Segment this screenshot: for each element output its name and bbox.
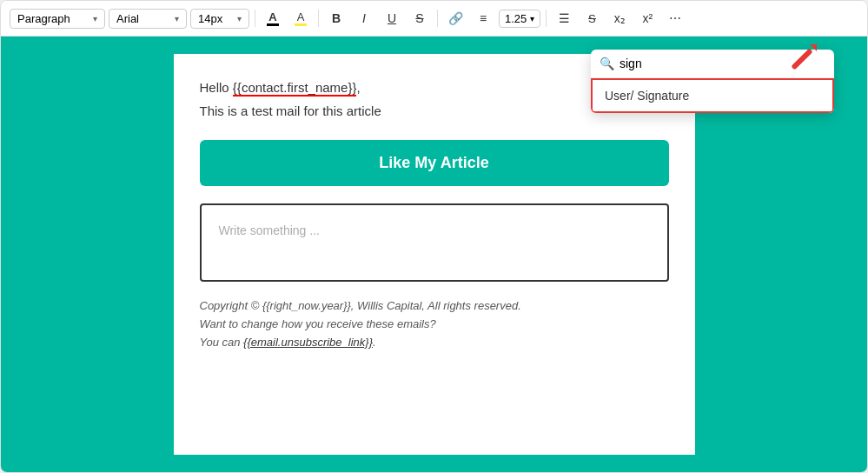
align-icon: ≡ [480, 11, 487, 25]
search-result-label: User/ Signature [605, 89, 689, 103]
footer-copyright: Copyright © {{right_now.year}}, Willis C… [200, 299, 669, 312]
cta-button[interactable]: Like My Article [200, 140, 669, 186]
align-button[interactable]: ≡ [471, 6, 495, 30]
paragraph-select[interactable]: Paragraph ▾ Paragraph [10, 9, 105, 29]
footer-period: . [373, 336, 376, 349]
line-height-control[interactable]: 1.25 ▾ [499, 10, 540, 28]
arrow-indicator [785, 41, 820, 79]
footer-unsubscribe: You can {{email.unsubscribe_link}}. [200, 336, 669, 349]
search-icon: 🔍 [600, 57, 614, 70]
contact-variable: {{contact.first_name}} [233, 80, 357, 97]
strikethrough2-button[interactable]: S [580, 6, 604, 30]
font-color-icon: A [268, 10, 276, 23]
toolbar: Paragraph ▾ Paragraph Arial ▾ Arial 14px… [1, 1, 867, 37]
divider-3 [437, 10, 438, 27]
divider-4 [546, 10, 547, 27]
list-icon: ☰ [559, 11, 570, 25]
divider-2 [318, 10, 319, 27]
line-height-value: 1.25 [505, 12, 527, 25]
footer-change-text: Want to change how you receive these ema… [200, 317, 436, 330]
superscript-icon: x² [642, 11, 653, 25]
font-color-indicator [267, 23, 279, 26]
subscript-icon: x₂ [614, 11, 626, 25]
write-placeholder: Write something ... [219, 223, 320, 237]
line-height-chevron-icon: ▾ [530, 14, 534, 23]
svg-rect-1 [791, 48, 812, 70]
highlight-indicator [295, 23, 307, 26]
link-button[interactable]: 🔗 [443, 6, 467, 30]
divider-1 [255, 10, 255, 27]
footer-you-can: You can [200, 336, 244, 349]
list-button[interactable]: ☰ [552, 6, 576, 30]
subscript-button[interactable]: x₂ [607, 6, 632, 30]
unsubscribe-link[interactable]: {{email.unsubscribe_link}} [243, 336, 373, 349]
strikethrough2-icon: S [588, 12, 596, 25]
bold-button[interactable]: B [324, 6, 348, 30]
highlight-icon: A [297, 10, 305, 23]
footer-change: Want to change how you receive these ema… [200, 317, 669, 330]
arrow-svg [785, 41, 820, 76]
email-content: Hello {{contact.first_name}}, This is a … [174, 54, 695, 455]
write-box[interactable]: Write something ... [200, 203, 669, 282]
font-select[interactable]: Arial ▾ Arial [109, 9, 187, 29]
link-icon: 🔗 [448, 11, 463, 25]
highlight-button[interactable]: A [288, 6, 313, 30]
font-color-button[interactable]: A [261, 6, 285, 30]
underline-button[interactable]: U [380, 6, 404, 30]
search-result-signature[interactable]: User/ Signature [591, 78, 834, 113]
editor-container: Paragraph ▾ Paragraph Arial ▾ Arial 14px… [0, 0, 868, 473]
more-icon: ⋯ [669, 11, 681, 25]
strikethrough-button[interactable]: S [407, 6, 432, 30]
italic-button[interactable]: I [352, 6, 376, 30]
superscript-button[interactable]: x² [635, 6, 659, 30]
email-footer: Copyright © {{right_now.year}}, Willis C… [200, 299, 669, 349]
size-select[interactable]: 14px ▾ 14px [190, 9, 249, 29]
more-options-button[interactable]: ⋯ [663, 6, 687, 30]
